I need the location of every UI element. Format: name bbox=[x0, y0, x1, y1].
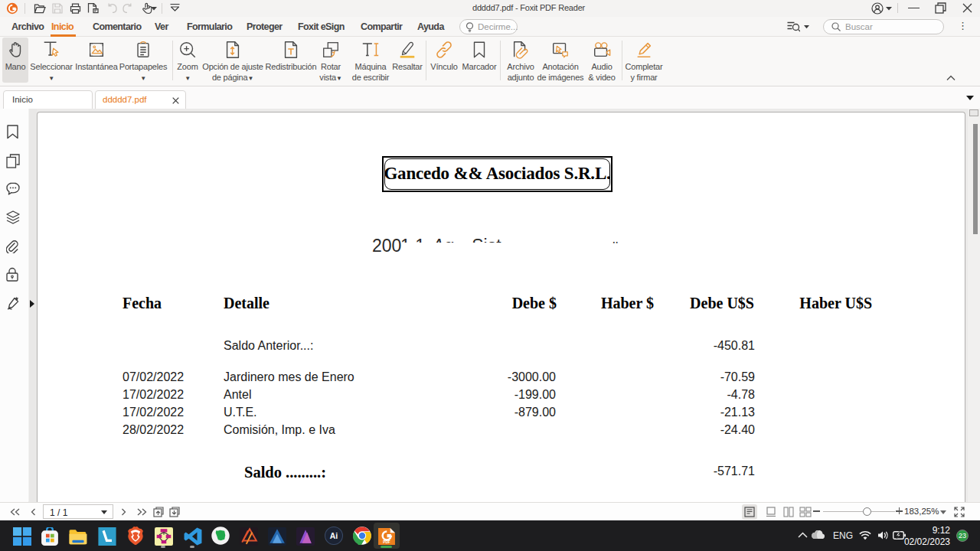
svg-text:Ai: Ai bbox=[330, 532, 338, 540]
svg-text:PDF: PDF bbox=[383, 540, 390, 544]
